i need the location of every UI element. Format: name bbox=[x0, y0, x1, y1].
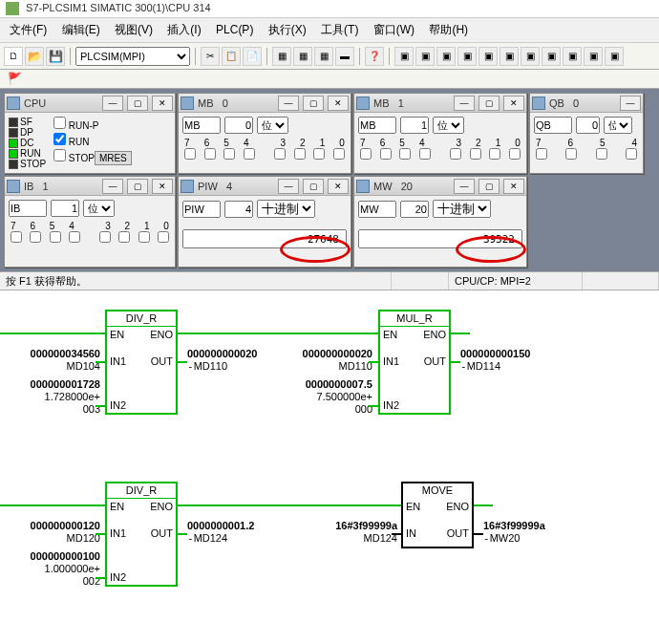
minimize-button[interactable]: — bbox=[102, 179, 123, 194]
piw4-value[interactable] bbox=[182, 229, 347, 248]
bit5[interactable] bbox=[223, 148, 235, 160]
qb0-format[interactable]: 位 bbox=[604, 117, 632, 134]
tb-j[interactable]: ▣ bbox=[584, 47, 603, 66]
tb-a[interactable]: ▣ bbox=[394, 47, 414, 66]
tb-1[interactable]: ▦ bbox=[272, 47, 291, 66]
qb0-type[interactable] bbox=[534, 117, 572, 134]
close-button[interactable]: ✕ bbox=[152, 96, 173, 111]
maximize-button[interactable]: ▢ bbox=[127, 96, 148, 111]
bit4[interactable] bbox=[69, 231, 80, 243]
minimize-button[interactable]: — bbox=[278, 179, 299, 194]
bit7[interactable] bbox=[360, 148, 372, 160]
close-button[interactable]: ✕ bbox=[152, 179, 173, 194]
mb0-addr[interactable] bbox=[224, 117, 253, 134]
paste-button[interactable]: 📄 bbox=[243, 47, 262, 66]
bit6[interactable] bbox=[30, 231, 41, 243]
maximize-button[interactable]: ▢ bbox=[127, 179, 148, 194]
bit2[interactable] bbox=[294, 148, 306, 160]
bit5[interactable] bbox=[596, 148, 607, 160]
close-button[interactable]: ✕ bbox=[503, 96, 524, 111]
open-button[interactable] bbox=[25, 47, 44, 66]
mw20-addr[interactable] bbox=[400, 201, 429, 218]
bit1[interactable] bbox=[313, 148, 325, 160]
tb-e[interactable]: ▣ bbox=[478, 47, 498, 66]
close-button[interactable]: ✕ bbox=[503, 179, 524, 194]
mb1-format[interactable]: 位 bbox=[433, 117, 464, 134]
menu-plc[interactable]: PLC(P) bbox=[210, 21, 259, 38]
piw4-type[interactable] bbox=[182, 201, 221, 218]
minimize-button[interactable]: — bbox=[620, 96, 641, 111]
piw4-addr[interactable] bbox=[224, 201, 253, 218]
runp-check[interactable] bbox=[53, 117, 66, 129]
bit7[interactable] bbox=[11, 231, 22, 243]
tb-i[interactable]: ▣ bbox=[563, 47, 582, 66]
bit5[interactable] bbox=[50, 231, 61, 243]
menu-execute[interactable]: 执行(X) bbox=[263, 20, 312, 40]
target-combo[interactable]: PLCSIM(MPI) bbox=[75, 47, 190, 66]
new-button[interactable]: 🗋 bbox=[4, 47, 23, 66]
bit3[interactable] bbox=[450, 148, 461, 160]
minimize-button[interactable]: — bbox=[102, 96, 123, 111]
ib1-type[interactable] bbox=[9, 200, 47, 217]
menu-insert[interactable]: 插入(I) bbox=[161, 20, 206, 40]
bit6[interactable] bbox=[565, 148, 577, 160]
bit5[interactable] bbox=[399, 148, 411, 160]
tb-d[interactable]: ▣ bbox=[457, 47, 477, 66]
help-button[interactable]: ❓ bbox=[365, 47, 384, 66]
bit3[interactable] bbox=[274, 148, 286, 160]
maximize-button[interactable]: ▢ bbox=[303, 96, 324, 111]
cut-button[interactable]: ✂ bbox=[201, 47, 220, 66]
bit2[interactable] bbox=[118, 231, 130, 243]
close-button[interactable]: ✕ bbox=[328, 96, 349, 111]
tb-h[interactable]: ▣ bbox=[542, 47, 561, 66]
minimize-button[interactable]: — bbox=[454, 179, 475, 194]
bit4[interactable] bbox=[626, 148, 637, 160]
bit6[interactable] bbox=[204, 148, 216, 160]
qb0-addr[interactable] bbox=[576, 117, 600, 134]
ib1-addr[interactable] bbox=[51, 200, 79, 217]
bit6[interactable] bbox=[380, 148, 392, 160]
bit1[interactable] bbox=[138, 231, 150, 243]
tb-3[interactable]: ▦ bbox=[314, 47, 333, 66]
close-button[interactable]: ✕ bbox=[328, 179, 349, 194]
tb-2[interactable]: ▦ bbox=[293, 47, 312, 66]
tb-f[interactable]: ▣ bbox=[500, 47, 519, 66]
menu-window[interactable]: 窗口(W) bbox=[368, 20, 420, 40]
record-icon[interactable]: 🚩 bbox=[8, 72, 22, 85]
mb1-addr[interactable] bbox=[400, 117, 429, 134]
tb-b[interactable]: ▣ bbox=[415, 47, 435, 66]
menu-help[interactable]: 帮助(H) bbox=[423, 20, 474, 40]
bit7[interactable] bbox=[184, 148, 196, 160]
mb0-type[interactable] bbox=[182, 117, 221, 134]
menu-edit[interactable]: 编辑(E) bbox=[56, 20, 106, 40]
mw20-format[interactable]: 十进制 bbox=[433, 200, 491, 218]
maximize-button[interactable]: ▢ bbox=[478, 96, 500, 111]
bit3[interactable] bbox=[99, 231, 111, 243]
ib1-format[interactable]: 位 bbox=[83, 200, 115, 217]
bit4[interactable] bbox=[419, 148, 431, 160]
tb-k[interactable]: ▣ bbox=[605, 47, 624, 66]
bit0[interactable] bbox=[158, 231, 169, 243]
mb0-format[interactable]: 位 bbox=[257, 117, 288, 134]
piw4-format[interactable]: 十进制 bbox=[257, 200, 315, 218]
mb1-type[interactable] bbox=[358, 117, 396, 134]
tb-g[interactable]: ▣ bbox=[521, 47, 540, 66]
tb-4[interactable]: ▬ bbox=[335, 47, 354, 66]
mw20-value[interactable] bbox=[358, 229, 522, 248]
bit4[interactable] bbox=[244, 148, 255, 160]
bit7[interactable] bbox=[536, 148, 547, 160]
bit1[interactable] bbox=[489, 148, 500, 160]
run-check[interactable] bbox=[53, 133, 66, 145]
menu-file[interactable]: 文件(F) bbox=[4, 20, 53, 40]
minimize-button[interactable]: — bbox=[454, 96, 475, 111]
maximize-button[interactable]: ▢ bbox=[478, 179, 500, 194]
bit0[interactable] bbox=[509, 148, 521, 160]
bit2[interactable] bbox=[470, 148, 481, 160]
maximize-button[interactable]: ▢ bbox=[303, 179, 324, 194]
menu-view[interactable]: 视图(V) bbox=[109, 20, 159, 40]
tb-c[interactable]: ▣ bbox=[436, 47, 456, 66]
menu-tools[interactable]: 工具(T) bbox=[315, 20, 364, 40]
minimize-button[interactable]: — bbox=[278, 96, 299, 111]
stop-check[interactable] bbox=[53, 149, 66, 161]
mres-button[interactable]: MRES bbox=[95, 151, 132, 165]
